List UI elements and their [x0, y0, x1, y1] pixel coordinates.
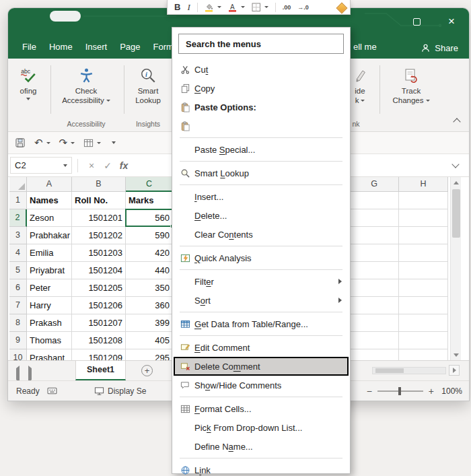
formula-enter-button[interactable]: ✓ [100, 160, 116, 171]
vertical-scrollbar-thumb[interactable] [452, 189, 460, 238]
ribbon-tab-file[interactable]: File [20, 40, 38, 53]
cell-a1[interactable]: Names [27, 192, 72, 209]
bold-button[interactable]: B [174, 2, 180, 12]
cell-g1[interactable] [350, 192, 399, 209]
cell-c2[interactable]: 560 [126, 209, 173, 227]
column-header-a[interactable]: A [27, 177, 72, 192]
cell-h6[interactable] [399, 279, 448, 297]
formula-cancel-button[interactable]: × [83, 160, 100, 171]
new-sheet-button[interactable]: + [141, 365, 153, 376]
menu-item-clear-contents[interactable]: Clear Contents [174, 225, 349, 244]
menu-item-edit-comment[interactable]: Edit Comment [174, 338, 349, 357]
cell-a4[interactable]: Emilia [27, 244, 72, 262]
cell-c6[interactable]: 350 [126, 279, 173, 297]
row-header-4[interactable]: 4 [9, 244, 27, 262]
menu-item-delete-comment[interactable]: Delete Comment [174, 357, 349, 376]
close-button[interactable]: × [442, 14, 461, 29]
cell-h4[interactable] [399, 244, 448, 262]
menu-item-copy[interactable]: Copy [174, 79, 349, 98]
table-tool-button[interactable] [83, 138, 101, 148]
cell-g9[interactable] [350, 332, 399, 349]
row-header-2[interactable]: 2 [9, 209, 27, 227]
cell-c9[interactable]: 405 [126, 332, 173, 349]
menu-item-smart-lookup[interactable]: Smart Lookup [174, 164, 349, 182]
decrease-decimal-button[interactable]: →.0 [297, 4, 309, 11]
menu-item-paste[interactable] [174, 116, 349, 135]
cell-h5[interactable] [399, 262, 448, 279]
check-accessibility-button[interactable]: Check Accessibility [52, 64, 120, 105]
menu-item-paste-special[interactable]: Paste Special... [174, 140, 349, 159]
select-all-corner[interactable] [9, 177, 27, 192]
cell-g3[interactable] [350, 227, 399, 244]
sheet-nav-left-button[interactable] [16, 368, 20, 380]
cell-b5[interactable]: 1501204 [72, 262, 126, 279]
menu-item-format-cells[interactable]: Format Cells... [174, 399, 349, 418]
cell-c5[interactable]: 440 [126, 262, 173, 279]
cell-g2[interactable] [350, 209, 399, 227]
ribbon-tab-page[interactable]: Page [118, 40, 142, 53]
row-header-1[interactable]: 1 [9, 192, 27, 209]
cell-h7[interactable] [399, 297, 448, 314]
tell-me-label[interactable]: ell me [353, 42, 377, 52]
cell-a7[interactable]: Harry [27, 297, 72, 314]
cell-c10[interactable]: 295 [126, 349, 173, 360]
row-header-8[interactable]: 8 [9, 314, 27, 332]
font-color-button[interactable]: A [228, 3, 245, 12]
menu-item-quick-analysis[interactable]: Quick Analysis [174, 248, 349, 267]
cell-g10[interactable] [350, 349, 399, 360]
column-header-b[interactable]: B [72, 177, 126, 192]
horizontal-scrollbar[interactable] [372, 365, 460, 376]
cell-c8[interactable]: 399 [126, 314, 173, 332]
formula-bar-expand-icon[interactable] [451, 160, 459, 168]
maximize-button[interactable] [407, 14, 426, 29]
scroll-up-button[interactable] [451, 177, 461, 188]
scroll-right-button[interactable] [449, 365, 460, 376]
cell-a10[interactable]: Prashant [27, 349, 72, 360]
smart-lookup-button[interactable]: i Smart Lookup [126, 64, 170, 105]
column-header-c[interactable]: C [126, 177, 173, 192]
row-header-10[interactable]: 10 [9, 349, 27, 360]
options-diamond-icon[interactable] [336, 3, 348, 14]
row-header-6[interactable]: 6 [9, 279, 27, 297]
cell-a2[interactable]: Zeson [27, 209, 72, 227]
cell-b2[interactable]: 1501201 [72, 209, 126, 227]
cell-h8[interactable] [399, 314, 448, 332]
italic-button[interactable]: I [187, 2, 190, 13]
cell-b3[interactable]: 1501202 [72, 227, 126, 244]
horizontal-scrollbar-thumb[interactable] [375, 368, 404, 373]
zoom-out-button[interactable]: − [367, 386, 372, 397]
cell-g8[interactable] [350, 314, 399, 332]
menu-item-sort[interactable]: Sort [174, 291, 349, 310]
cell-g6[interactable] [350, 279, 399, 297]
display-settings-button[interactable]: Display Se [94, 386, 146, 396]
cell-c1[interactable]: Marks [126, 192, 173, 209]
row-header-3[interactable]: 3 [9, 227, 27, 244]
zoom-level[interactable]: 100% [439, 386, 462, 396]
cell-b6[interactable]: 1501205 [72, 279, 126, 297]
sheet-nav-right-button[interactable] [28, 368, 32, 380]
menu-item-cut[interactable]: Cut [174, 60, 349, 79]
cell-a6[interactable]: Peter [27, 279, 72, 297]
zoom-in-button[interactable]: + [429, 386, 434, 397]
menu-item-pick-from-drop-down-list[interactable]: Pick From Drop-down List... [174, 418, 349, 437]
row-header-9[interactable]: 9 [9, 332, 27, 349]
cell-h1[interactable] [399, 192, 448, 209]
scroll-down-button[interactable] [451, 349, 461, 360]
cell-b7[interactable]: 1501206 [72, 297, 126, 314]
cell-h2[interactable] [399, 209, 448, 227]
borders-button[interactable] [252, 3, 268, 12]
zoom-slider[interactable] [377, 390, 423, 392]
save-button[interactable] [15, 137, 26, 148]
vertical-scrollbar[interactable] [450, 177, 461, 360]
menu-item-get-data-from-table-range[interactable]: Get Data from Table/Range... [174, 314, 349, 333]
cell-c7[interactable]: 360 [126, 297, 173, 314]
cell-a8[interactable]: Prakash [27, 314, 72, 332]
menu-item-insert[interactable]: Insert... [174, 187, 349, 206]
customize-qat-button[interactable] [110, 141, 116, 144]
row-header-7[interactable]: 7 [9, 297, 27, 314]
keyboard-status-icon[interactable] [47, 386, 57, 398]
cell-c3[interactable]: 590 [126, 227, 173, 244]
sheet-tab-sheet1[interactable]: Sheet1 [75, 361, 126, 380]
cell-h3[interactable] [399, 227, 448, 244]
fill-color-button[interactable] [205, 3, 221, 12]
